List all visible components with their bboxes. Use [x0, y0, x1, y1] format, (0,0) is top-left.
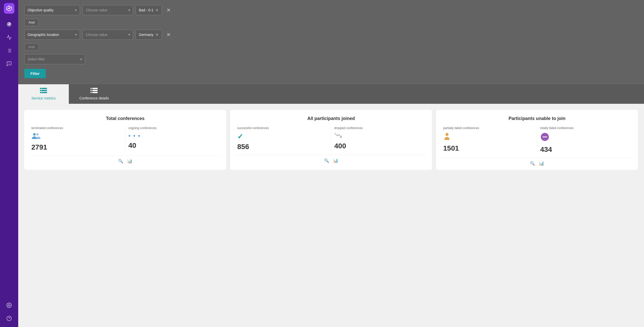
- successful-conferences-item: successful conferences ✓ 856: [235, 126, 330, 151]
- objective-quality-label: Objective quality: [28, 8, 54, 12]
- conference-details-icon: [91, 88, 98, 95]
- totally-failed-item: totally failed conferences 434: [538, 126, 633, 154]
- svg-rect-21: [92, 88, 98, 89]
- partially-failed-item: partially failed conferences 1501: [441, 126, 536, 154]
- total-conferences-title: Total conferences: [29, 116, 221, 121]
- filter-nav-item[interactable]: [4, 45, 15, 56]
- ongoing-conferences-item: ongoing conferences • • • 40: [126, 126, 221, 151]
- dropped-conferences-value: 400: [334, 142, 425, 150]
- germany-tag-label: Germany: [139, 33, 154, 37]
- dropped-conferences-label: dropped conferences: [334, 126, 425, 130]
- geographic-location-dropdown[interactable]: Geographic location ▾: [24, 30, 80, 40]
- unable-to-join-footer: 🔍 📊: [441, 158, 633, 166]
- chart-nav-item[interactable]: [4, 32, 15, 43]
- filter-row-1: Objective quality ▾ Choose value ▾ Bad -…: [24, 5, 638, 15]
- chevron-down-icon: ▾: [128, 33, 130, 36]
- filter-row-3: Select filter ▾: [24, 54, 638, 64]
- choose-value-label-1: Choose value: [86, 8, 108, 12]
- app-logo[interactable]: [4, 3, 14, 14]
- bar-chart-icon[interactable]: 📊: [127, 159, 132, 164]
- service-metrics-icon: [40, 88, 47, 95]
- terminated-conferences-value: 2791: [31, 143, 122, 151]
- dots-icon: • • •: [128, 132, 219, 139]
- choose-value-label-2: Choose value: [86, 33, 108, 37]
- analytics-nav-item[interactable]: [4, 19, 15, 30]
- unable-to-join-items: partially failed conferences 1501 totall…: [441, 126, 633, 154]
- dropped-conferences-item: dropped conferences 400: [332, 126, 427, 151]
- total-conferences-footer: 🔍 📊: [29, 155, 221, 164]
- successful-conferences-value: 856: [237, 143, 328, 151]
- bar-chart-icon[interactable]: 📊: [333, 158, 338, 163]
- settings-nav-item[interactable]: [4, 300, 15, 311]
- drop-arrow-icon: [334, 132, 425, 140]
- service-metrics-tab-label: Service metrics: [31, 96, 56, 100]
- select-filter-label: Select filter: [28, 57, 45, 61]
- successful-conferences-label: successful conferences: [237, 126, 328, 130]
- checkmark-icon: ✓: [237, 132, 328, 141]
- svg-rect-16: [40, 92, 47, 93]
- all-participants-footer: 🔍 📊: [235, 155, 427, 163]
- svg-rect-18: [41, 90, 42, 91]
- partially-failed-label: partially failed conferences: [443, 126, 534, 130]
- main-content: Objective quality ▾ Choose value ▾ Bad -…: [18, 0, 644, 327]
- chevron-down-icon: ▾: [75, 33, 77, 36]
- chevron-down-icon: ▾: [75, 8, 77, 12]
- search-icon[interactable]: 🔍: [324, 158, 329, 163]
- person-icon: [443, 132, 534, 142]
- choose-value-dropdown-2[interactable]: Choose value ▾: [82, 30, 133, 40]
- svg-rect-25: [92, 92, 98, 93]
- and-button-2[interactable]: And: [24, 43, 638, 51]
- bad-tag: Bad - 0-1 ✕: [136, 5, 162, 15]
- chevron-down-icon: ▾: [80, 57, 82, 61]
- bar-chart-icon[interactable]: 📊: [539, 161, 544, 166]
- tabs-bar: Service metrics Conference details: [18, 84, 644, 104]
- unable-to-join-title: Participants unable to join: [441, 116, 633, 121]
- svg-point-0: [8, 8, 10, 9]
- bad-tag-close[interactable]: ✕: [156, 8, 159, 12]
- svg-rect-19: [41, 92, 42, 93]
- svg-point-11: [8, 304, 10, 306]
- germany-tag: Germany ✕: [136, 30, 162, 40]
- and-button-1[interactable]: And: [24, 19, 638, 26]
- service-metrics-tab[interactable]: Service metrics: [18, 84, 69, 104]
- all-participants-card: All participants joined successful confe…: [230, 110, 432, 170]
- chevron-down-icon: ▾: [128, 8, 130, 12]
- filter-row-2: Geographic location ▾ Choose value ▾ Ger…: [24, 30, 638, 40]
- bad-tag-label: Bad - 0-1: [139, 8, 154, 12]
- totally-failed-value: 434: [540, 146, 631, 154]
- choose-value-dropdown-1[interactable]: Choose value ▾: [82, 5, 133, 15]
- svg-rect-20: [91, 88, 92, 89]
- search-icon[interactable]: 🔍: [530, 161, 535, 166]
- total-conferences-items: terminated conferences 2791: [29, 126, 221, 151]
- totally-failed-label: totally failed conferences: [540, 126, 631, 130]
- alert-nav-item[interactable]: [4, 58, 15, 69]
- svg-rect-23: [92, 90, 98, 91]
- unable-to-join-card: Participants unable to join partially fa…: [436, 110, 638, 170]
- all-participants-items: successful conferences ✓ 856 dropped con…: [235, 126, 427, 151]
- all-participants-title: All participants joined: [235, 116, 427, 121]
- filter-row-2-close[interactable]: ✕: [164, 31, 173, 38]
- svg-rect-15: [40, 90, 47, 91]
- svg-point-28: [445, 133, 448, 136]
- conference-details-tab-label: Conference details: [79, 96, 109, 100]
- ongoing-conferences-label: ongoing conferences: [128, 126, 219, 130]
- filter-row-1-close[interactable]: ✕: [164, 7, 173, 14]
- minus-circle-icon: [540, 132, 631, 144]
- ongoing-conferences-value: 40: [128, 141, 219, 150]
- svg-rect-22: [91, 90, 92, 91]
- sidebar: [0, 0, 18, 327]
- total-conferences-card: Total conferences terminated conferences: [24, 110, 226, 170]
- objective-quality-dropdown[interactable]: Objective quality ▾: [24, 5, 80, 15]
- svg-rect-14: [40, 88, 47, 89]
- metrics-cards-row: Total conferences terminated conferences: [24, 110, 638, 170]
- select-filter-dropdown[interactable]: Select filter ▾: [24, 54, 85, 64]
- help-nav-item[interactable]: [4, 313, 15, 324]
- partially-failed-value: 1501: [443, 144, 534, 152]
- people-icon: [31, 132, 122, 141]
- apply-filter-button[interactable]: Filter: [24, 69, 46, 78]
- conference-details-tab[interactable]: Conference details: [69, 84, 119, 104]
- svg-point-27: [36, 133, 38, 135]
- search-icon[interactable]: 🔍: [118, 159, 123, 164]
- germany-tag-close[interactable]: ✕: [156, 33, 159, 37]
- svg-rect-17: [41, 88, 42, 89]
